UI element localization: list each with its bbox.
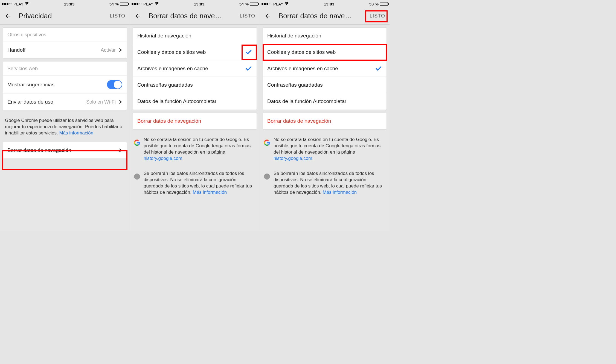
history-link[interactable]: history.google.com [274, 156, 312, 161]
wifi-icon [284, 2, 289, 6]
google-account-note: No se cerrará la sesión en tu cuenta de … [130, 132, 260, 166]
nav-bar: Privacidad LISTO [0, 8, 130, 25]
chevron-right-icon [118, 100, 122, 104]
chevron-right-icon [118, 48, 122, 52]
svg-rect-2 [137, 175, 137, 175]
clear-data-card: Borrar datos de navegación [3, 142, 127, 159]
sync-note: Se borrarán los datos sincronizados de t… [130, 166, 260, 200]
option-cookies[interactable]: Cookies y datos de sitios web [263, 44, 387, 60]
web-services-note: Google Chrome puede utilizar los servici… [0, 113, 130, 139]
svg-rect-1 [137, 176, 137, 178]
carrier-label: PLAY [273, 2, 283, 6]
usage-data-row[interactable]: Enviar datos de uso Solo en Wi-Fi [3, 94, 127, 110]
handoff-label: Handoff [7, 47, 101, 53]
history-link[interactable]: history.google.com [144, 156, 182, 161]
svg-rect-4 [267, 176, 267, 178]
battery-icon [380, 2, 388, 6]
clear-data-label: Borrar datos de navegación [7, 147, 118, 153]
battery-icon [250, 2, 258, 6]
option-history[interactable]: Historial de navegación [133, 28, 257, 44]
screen-1: PLAY 13:03 54 % Privacidad LISTO Otros d… [0, 0, 130, 231]
status-bar: PLAY 13:03 54 % [0, 0, 130, 8]
clear-data-action[interactable]: Borrar datos de navegación [133, 113, 257, 129]
option-passwords[interactable]: Contraseñas guardadas [263, 77, 387, 93]
wifi-icon [25, 2, 29, 6]
check-icon [375, 65, 382, 72]
clear-data-action[interactable]: Borrar datos de navegación [263, 113, 387, 129]
back-button[interactable] [264, 12, 272, 20]
clear-options-list: Historial de navegación Cookies y datos … [133, 27, 257, 110]
clear-options-list: Historial de navegación Cookies y datos … [263, 27, 387, 110]
more-info-link[interactable]: Más información [323, 190, 357, 195]
clear-action-card: Borrar datos de navegación [263, 113, 387, 130]
google-account-note: No se cerrará la sesión en tu cuenta de … [260, 132, 390, 166]
check-icon [245, 49, 252, 56]
option-cache[interactable]: Archivos e imágenes en caché [133, 60, 257, 77]
status-bar: PLAY 13:03 54 % [130, 0, 260, 8]
check-icon [245, 65, 252, 72]
chevron-right-icon [118, 148, 122, 152]
clock: 13:03 [64, 2, 74, 6]
section-web-services: Servicios web Mostrar sugerencias Enviar… [3, 61, 127, 110]
info-icon [134, 173, 140, 180]
battery-pct: 54 % [239, 2, 249, 6]
page-title: Borrar datos de nave… [149, 12, 239, 20]
screen-2: PLAY 13:03 54 % Borrar datos de nave… LI… [130, 0, 260, 231]
section-header: Otros dispositivos [3, 28, 127, 42]
handoff-value: Activar [101, 47, 116, 53]
option-passwords[interactable]: Contraseñas guardadas [133, 77, 257, 93]
option-autofill[interactable]: Datos de la función Autocompletar [133, 93, 257, 110]
page-title: Borrar datos de nave… [278, 12, 369, 20]
sync-note: Se borrarán los datos sincronizados de t… [260, 166, 390, 200]
wifi-icon [155, 2, 159, 6]
clear-data-row[interactable]: Borrar datos de navegación [3, 142, 127, 158]
carrier-label: PLAY [143, 2, 153, 6]
done-button[interactable]: LISTO [239, 12, 256, 20]
usage-value: Solo en Wi-Fi [86, 99, 116, 105]
section-other-devices: Otros dispositivos Handoff Activar [3, 27, 127, 58]
nav-bar: Borrar datos de nave… LISTO [260, 8, 390, 25]
screen-3: PLAY 13:03 53 % Borrar datos de nave… LI… [260, 0, 390, 231]
option-history[interactable]: Historial de navegación [263, 28, 387, 44]
section-header: Servicios web [3, 61, 127, 76]
battery-pct: 54 % [109, 2, 119, 6]
usage-label: Enviar datos de uso [7, 99, 86, 105]
signal-icon [261, 3, 272, 5]
signal-icon [132, 3, 142, 5]
done-button[interactable]: LISTO [109, 12, 126, 20]
clock: 13:03 [194, 2, 204, 6]
battery-icon [120, 2, 128, 6]
back-button[interactable] [134, 12, 142, 20]
suggestions-toggle[interactable] [107, 80, 122, 89]
clear-action-card: Borrar datos de navegación [133, 113, 257, 130]
page-title: Privacidad [19, 12, 109, 20]
signal-icon [2, 3, 12, 5]
handoff-row[interactable]: Handoff Activar [3, 42, 127, 58]
suggestions-row[interactable]: Mostrar sugerencias [3, 76, 127, 94]
battery-pct: 53 % [369, 2, 379, 6]
option-autofill[interactable]: Datos de la función Autocompletar [263, 93, 387, 110]
back-button[interactable] [4, 12, 12, 20]
done-button[interactable]: LISTO [369, 12, 386, 20]
status-bar: PLAY 13:03 53 % [260, 0, 390, 8]
option-cookies[interactable]: Cookies y datos de sitios web [133, 44, 257, 60]
google-logo-icon [134, 139, 140, 146]
more-info-link[interactable]: Más información [193, 190, 227, 195]
suggestions-label: Mostrar sugerencias [7, 82, 107, 88]
more-info-link[interactable]: Más información [59, 130, 93, 136]
clock: 13:03 [324, 2, 334, 6]
svg-rect-5 [267, 175, 267, 175]
carrier-label: PLAY [13, 2, 24, 6]
option-cache[interactable]: Archivos e imágenes en caché [263, 60, 387, 77]
google-logo-icon [264, 139, 270, 146]
info-icon [264, 173, 270, 180]
nav-bar: Borrar datos de nave… LISTO [130, 8, 260, 25]
